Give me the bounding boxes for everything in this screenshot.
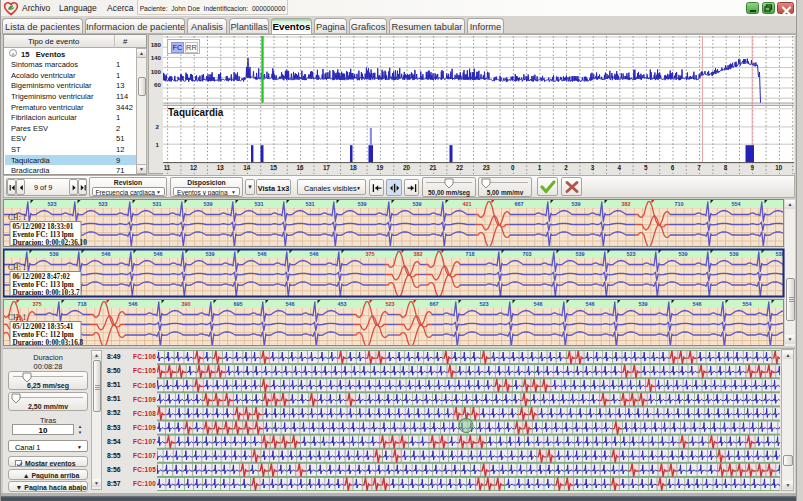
svg-text:710: 710 xyxy=(674,201,683,207)
svg-text:10: 10 xyxy=(775,164,783,171)
svg-text:12: 12 xyxy=(190,164,198,171)
svg-text:Duracion: 0:00:02:36.10: Duracion: 0:00:02:36.10 xyxy=(13,239,88,247)
svg-text:539: 539 xyxy=(412,201,421,207)
svg-text:18: 18 xyxy=(350,164,358,171)
svg-text:546: 546 xyxy=(309,251,318,257)
svg-text:05/12/2002 18:35:41: 05/12/2002 18:35:41 xyxy=(13,323,74,331)
svg-text:Evento FC: 112 lpm: Evento FC: 112 lpm xyxy=(13,331,74,339)
svg-text:CH: 1: CH: 1 xyxy=(8,213,26,222)
svg-text:CH: 1: CH: 1 xyxy=(8,313,26,322)
svg-text:531: 531 xyxy=(305,201,314,207)
svg-text:Evento FC: 113 lpm: Evento FC: 113 lpm xyxy=(13,231,74,239)
svg-text:539: 539 xyxy=(571,201,580,207)
svg-text:546: 546 xyxy=(128,301,137,307)
svg-text:554: 554 xyxy=(731,201,741,207)
svg-text:554: 554 xyxy=(742,301,752,307)
svg-text:539: 539 xyxy=(678,251,687,257)
svg-text:546: 546 xyxy=(692,301,701,307)
svg-text:382: 382 xyxy=(413,251,422,257)
svg-text:539: 539 xyxy=(575,251,584,257)
svg-text:14: 14 xyxy=(243,164,251,171)
svg-text:546: 546 xyxy=(285,301,294,307)
svg-text:4: 4 xyxy=(617,164,621,171)
svg-text:539: 539 xyxy=(205,251,214,257)
svg-text:CH: 1: CH: 1 xyxy=(8,263,26,272)
svg-text:539: 539 xyxy=(638,301,647,307)
svg-text:23: 23 xyxy=(483,164,491,171)
svg-text:523: 523 xyxy=(47,201,56,207)
svg-text:7: 7 xyxy=(697,164,701,171)
svg-text:Duracion: 0:00:03:16.8: Duracion: 0:00:03:16.8 xyxy=(13,339,84,347)
svg-text:Duracion: 0:00:10:3.7: Duracion: 0:00:10:3.7 xyxy=(13,289,80,297)
svg-text:546: 546 xyxy=(153,251,162,257)
svg-text:375: 375 xyxy=(32,301,41,307)
svg-text:2: 2 xyxy=(564,164,568,171)
svg-text:546: 546 xyxy=(101,251,110,257)
svg-text:453: 453 xyxy=(337,301,346,307)
svg-text:523: 523 xyxy=(626,251,635,257)
svg-text:06/12/2002 8:47:02: 06/12/2002 8:47:02 xyxy=(13,273,71,281)
svg-text:539: 539 xyxy=(729,251,738,257)
svg-text:8: 8 xyxy=(724,164,728,171)
svg-text:667: 667 xyxy=(429,301,438,307)
svg-text:15: 15 xyxy=(270,164,278,171)
svg-text:21: 21 xyxy=(429,164,437,171)
svg-text:05/12/2002 18:33:01: 05/12/2002 18:33:01 xyxy=(13,223,74,231)
svg-text:718: 718 xyxy=(465,251,474,257)
svg-text:718: 718 xyxy=(77,301,86,307)
svg-text:375: 375 xyxy=(365,251,374,257)
svg-text:667: 667 xyxy=(514,201,523,207)
svg-text:11: 11 xyxy=(164,164,171,171)
svg-text:695: 695 xyxy=(233,301,242,307)
svg-text:6: 6 xyxy=(671,164,675,171)
svg-text:546: 546 xyxy=(533,301,542,307)
svg-text:421: 421 xyxy=(462,201,471,207)
svg-text:546: 546 xyxy=(257,251,266,257)
svg-text:16: 16 xyxy=(296,164,304,171)
svg-text:17: 17 xyxy=(323,164,331,171)
svg-text:546: 546 xyxy=(585,301,594,307)
svg-text:Taquicardia: Taquicardia xyxy=(168,107,224,118)
svg-text:523: 523 xyxy=(98,201,107,207)
svg-text:3: 3 xyxy=(591,164,595,171)
svg-text:539: 539 xyxy=(49,251,58,257)
svg-text:523: 523 xyxy=(385,301,394,307)
svg-text:1: 1 xyxy=(538,164,542,171)
svg-text:13: 13 xyxy=(217,164,225,171)
svg-text:390: 390 xyxy=(181,301,190,307)
svg-text:20: 20 xyxy=(403,164,411,171)
svg-text:22: 22 xyxy=(456,164,464,171)
svg-text:19: 19 xyxy=(376,164,384,171)
svg-text:Evento FC: 113 lpm: Evento FC: 113 lpm xyxy=(13,281,74,289)
svg-text:703: 703 xyxy=(522,251,531,257)
svg-text:539: 539 xyxy=(203,201,212,207)
svg-text:5: 5 xyxy=(644,164,648,171)
svg-text:531: 531 xyxy=(152,201,161,207)
svg-text:382: 382 xyxy=(621,201,630,207)
svg-text:9: 9 xyxy=(750,164,754,171)
svg-text:0: 0 xyxy=(511,164,515,171)
svg-text:539: 539 xyxy=(357,201,366,207)
svg-text:523: 523 xyxy=(479,301,488,307)
svg-text:531: 531 xyxy=(254,201,263,207)
